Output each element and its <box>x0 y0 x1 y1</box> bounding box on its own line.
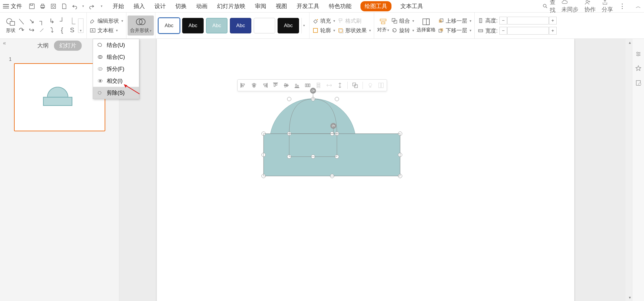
insert-shape-button[interactable]: 形状 <box>6 17 16 34</box>
align-top-icon[interactable] <box>272 82 279 89</box>
panel-collapse[interactable]: « <box>3 40 6 46</box>
group-mini-icon[interactable] <box>352 82 358 89</box>
sel-handle[interactable] <box>261 174 266 178</box>
outline-button[interactable]: 轮廓▾ <box>312 27 335 34</box>
rotate-button[interactable]: 旋转▾ <box>391 27 414 34</box>
sel-handle[interactable] <box>311 155 315 159</box>
align-left-icon[interactable] <box>240 82 247 89</box>
doc-icon[interactable] <box>61 3 67 10</box>
sel-handle[interactable] <box>398 132 402 136</box>
style-6[interactable]: Abc <box>278 18 299 33</box>
style-2[interactable]: Abc <box>182 18 204 33</box>
curve-arrow-shape[interactable]: ↪ <box>28 27 35 34</box>
rectangle-shape[interactable] <box>264 134 400 176</box>
shape-gallery-more[interactable]: ▾ <box>78 18 83 33</box>
bracket-shape[interactable]: ⎿ <box>69 18 76 25</box>
undo-icon[interactable] <box>72 3 78 10</box>
align-button[interactable]: 对齐▾ <box>377 18 389 33</box>
merge-fragment[interactable]: 拆分(F) <box>93 63 139 75</box>
tab-transition[interactable]: 切换 <box>175 1 187 11</box>
style-1[interactable]: Abc <box>158 18 180 33</box>
sel-handle[interactable] <box>330 174 334 178</box>
tab-insert[interactable]: 插入 <box>133 1 145 11</box>
star-icon[interactable] <box>635 65 642 72</box>
collapse-ribbon[interactable]: ︿ <box>636 3 641 10</box>
vertical-scrollbar[interactable]: ▴ ▾ <box>626 39 632 301</box>
freeform-shape[interactable]: { <box>58 27 66 34</box>
elbow-shape[interactable]: ┐ <box>38 18 45 25</box>
sel-handle[interactable] <box>287 155 291 159</box>
sync-button[interactable]: 未同步 <box>561 0 578 13</box>
style-3[interactable]: Abc <box>206 18 227 33</box>
scurve-shape[interactable]: S <box>69 27 76 34</box>
width-input[interactable] <box>507 27 549 35</box>
rotation-handle-2[interactable]: ⟳ <box>330 123 336 129</box>
shape-effects-button[interactable]: 形状效果▾ <box>338 27 371 34</box>
clipboard-icon[interactable] <box>635 79 642 86</box>
bring-forward-button[interactable]: 上移一层▾ <box>438 17 471 24</box>
tab-start[interactable]: 开始 <box>112 1 125 11</box>
sel-handle[interactable] <box>287 132 291 136</box>
height-dec[interactable]: − <box>499 17 507 24</box>
slide-canvas[interactable]: ⟳ ⟳ <box>157 39 574 301</box>
tab-view[interactable]: 视图 <box>275 1 288 11</box>
sel-handle[interactable] <box>335 132 339 136</box>
text-box-button[interactable]: A 文本框▾ <box>90 27 123 34</box>
shape-gallery[interactable]: ＼ ↘ ┐ ↳ ┘ ⎿ ↷ ↪ ⟋ ⤵ { S <box>18 18 76 34</box>
arrow-line-shape[interactable]: ↘ <box>28 18 35 25</box>
tab-animation[interactable]: 动画 <box>196 1 208 11</box>
scroll-down[interactable]: ▾ <box>629 295 631 300</box>
edit-shape-button[interactable]: 编辑形状▾ <box>90 17 123 24</box>
more-button[interactable]: ⋮ <box>619 2 626 10</box>
elbow2-shape[interactable]: ┘ <box>58 18 66 25</box>
undo-dropdown[interactable]: ▾ <box>82 4 84 8</box>
qat-customize[interactable]: ▾ <box>101 4 103 8</box>
align-center-h-icon[interactable] <box>251 82 257 89</box>
collab-button[interactable]: 协作 <box>584 0 596 13</box>
print-preview-icon[interactable] <box>50 3 57 10</box>
scroll-up[interactable]: ▴ <box>629 40 631 45</box>
curve-shape[interactable]: ↷ <box>18 27 25 34</box>
fill-button[interactable]: 填充▾ <box>312 17 335 24</box>
height-inc[interactable]: + <box>549 17 557 24</box>
rotation-handle-1[interactable]: ⟳ <box>310 88 316 94</box>
outline-tab[interactable]: 大纲 <box>37 42 49 50</box>
print-icon[interactable] <box>39 3 46 10</box>
equal-height-icon[interactable] <box>337 82 343 89</box>
width-dec[interactable]: − <box>499 27 507 35</box>
tab-slideshow[interactable]: 幻灯片放映 <box>216 1 246 11</box>
sel-handle[interactable] <box>335 155 339 159</box>
elbow-arrow-shape[interactable]: ↳ <box>48 18 55 25</box>
sel-handle[interactable] <box>398 174 402 178</box>
connector-shape[interactable]: ⟋ <box>38 27 45 34</box>
sel-handle[interactable] <box>287 97 291 101</box>
sel-handle[interactable] <box>261 132 266 136</box>
file-menu[interactable]: 文件 <box>3 2 22 10</box>
connector2-shape[interactable]: ⤵ <box>48 27 55 34</box>
distribute-h-icon[interactable] <box>304 82 311 89</box>
settings-icon[interactable] <box>635 51 642 57</box>
merge-combine[interactable]: 组合(C) <box>93 51 139 63</box>
slides-tab[interactable]: 幻灯片 <box>54 41 82 51</box>
group-button[interactable]: 组合▾ <box>391 17 414 24</box>
share-button[interactable]: 分享 <box>602 0 613 13</box>
merge-union[interactable]: 结合(U) <box>93 39 139 51</box>
selection-pane-button[interactable]: 选择窗格 <box>417 18 436 33</box>
line-shape[interactable]: ＼ <box>18 18 25 25</box>
save-icon[interactable] <box>29 3 35 10</box>
search-button[interactable]: 查找 <box>542 0 555 14</box>
styles-more[interactable]: ▾ <box>301 18 306 33</box>
canvas-area[interactable]: ⟳ ⟳ <box>119 39 632 301</box>
tab-drawing-tools[interactable]: 绘图工具 <box>360 1 391 11</box>
align-right-icon[interactable] <box>261 82 268 89</box>
slide-thumbnail-1[interactable] <box>14 63 105 131</box>
send-backward-button[interactable]: 下移一层▾ <box>438 27 471 34</box>
redo-icon[interactable] <box>88 3 95 10</box>
layout-icon[interactable] <box>378 82 384 89</box>
sel-handle[interactable] <box>398 153 402 157</box>
sel-handle[interactable] <box>330 132 334 136</box>
tab-review[interactable]: 审阅 <box>254 1 267 11</box>
style-4[interactable]: Abc <box>230 18 251 33</box>
style-5[interactable] <box>254 18 275 33</box>
tab-devtools[interactable]: 开发工具 <box>296 1 320 11</box>
